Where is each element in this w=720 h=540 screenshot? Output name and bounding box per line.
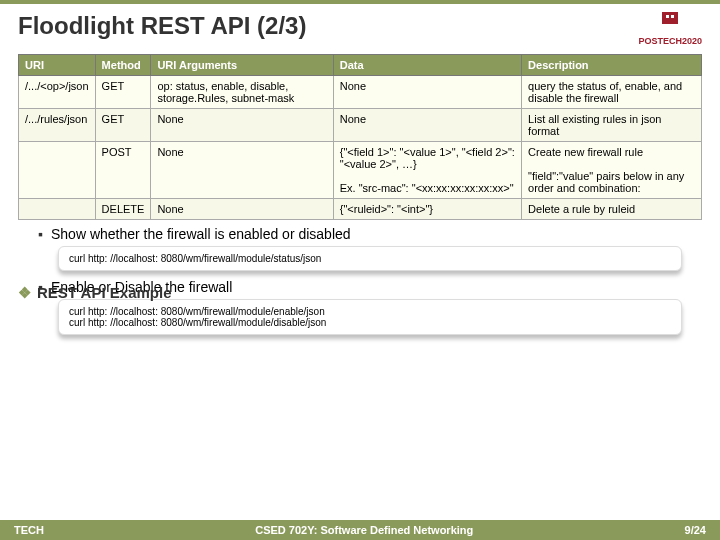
table-row: /.../rules/json GET None None List all e… [19,109,702,142]
logo-year: 2020 [682,36,702,46]
bullet-status: Show whether the firewall is enabled or … [38,226,702,242]
code-box-enable: curl http: //localhost: 8080/wm/firewall… [58,299,682,335]
svg-rect-0 [662,12,678,24]
svg-rect-1 [666,15,669,18]
th-args: URI Arguments [151,55,333,76]
table-row: DELETE None {"<ruleid>": "<int>"} Delete… [19,199,702,220]
logo-text: POSTECH [638,36,682,46]
slide-title: Floodlight REST API (2/3) [18,12,306,40]
table-row: POST None {"<field 1>": "<value 1>", "<f… [19,142,702,199]
title-bar: Floodlight REST API (2/3) POSTECH2020 [0,0,720,48]
footer-course: CSED 702Y: Software Defined Networking [44,524,685,536]
code-line: curl http: //localhost: 8080/wm/firewall… [69,306,671,317]
footer-page: 9/24 [685,524,706,536]
th-data: Data [333,55,521,76]
table-header-row: URI Method URI Arguments Data Descriptio… [19,55,702,76]
table-row: /.../<op>/json GET op: status, enable, d… [19,76,702,109]
footer-bar: TECH CSED 702Y: Software Defined Network… [0,520,720,540]
code-box-status: curl http: //localhost: 8080/wm/firewall… [58,246,682,271]
api-table: URI Method URI Arguments Data Descriptio… [18,54,702,220]
diamond-icon: ❖ [18,284,31,301]
code-line: curl http: //localhost: 8080/wm/firewall… [69,317,671,328]
code-line: curl http: //localhost: 8080/wm/firewall… [69,253,671,264]
postech-logo-icon [646,12,694,34]
footer-left: TECH [14,524,44,536]
section-heading-example: ❖REST API Example [18,284,172,302]
th-uri: URI [19,55,96,76]
th-desc: Description [522,55,702,76]
logo: POSTECH2020 [638,12,702,46]
svg-rect-2 [671,15,674,18]
th-method: Method [95,55,151,76]
